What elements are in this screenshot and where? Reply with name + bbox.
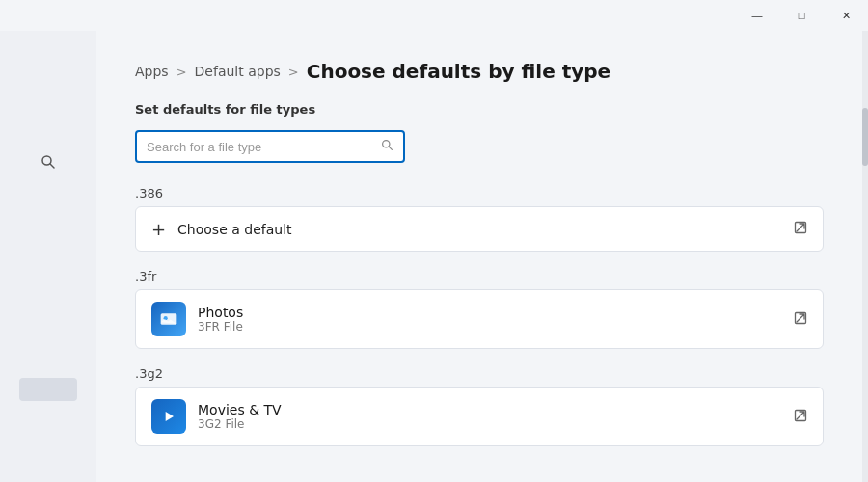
maximize-button[interactable]: □ bbox=[779, 0, 824, 31]
file-type-card-386[interactable]: + Choose a default bbox=[135, 206, 824, 252]
breadcrumb: Apps > Default apps > Choose defaults by… bbox=[135, 60, 824, 83]
page-title: Choose defaults by file type bbox=[307, 60, 610, 83]
close-button[interactable]: ✕ bbox=[824, 0, 868, 31]
plus-icon: + bbox=[151, 219, 166, 239]
minimize-button[interactable]: — bbox=[735, 0, 779, 31]
sidebar-nav-placeholder bbox=[19, 378, 77, 401]
external-link-icon-3fr[interactable] bbox=[794, 311, 807, 328]
breadcrumb-sep1: > bbox=[176, 65, 187, 79]
file-type-card-3fr[interactable]: Photos 3FR File bbox=[135, 289, 824, 349]
scrollbar-thumb[interactable] bbox=[862, 108, 868, 166]
external-link-icon-386[interactable] bbox=[794, 221, 807, 237]
photos-app-name: Photos bbox=[198, 305, 243, 320]
choose-default-text: Choose a default bbox=[177, 222, 291, 237]
photos-app-info: Photos 3FR File bbox=[198, 305, 243, 334]
movies-app-icon bbox=[151, 399, 186, 434]
main-content: Apps > Default apps > Choose defaults by… bbox=[96, 31, 862, 482]
sidebar bbox=[0, 31, 96, 482]
file-type-section-3g2: .3g2 Movies & TV 3G2 File bbox=[135, 366, 824, 446]
svg-marker-8 bbox=[166, 412, 174, 421]
external-link-icon-3g2[interactable] bbox=[794, 409, 807, 425]
file-type-label-386: .386 bbox=[135, 186, 824, 201]
sidebar-search-icon[interactable] bbox=[25, 147, 71, 177]
movies-app-subtext: 3G2 File bbox=[198, 417, 282, 431]
photos-app-icon bbox=[151, 302, 186, 336]
file-type-card-3g2[interactable]: Movies & TV 3G2 File bbox=[135, 387, 824, 446]
movies-app-info: Movies & TV 3G2 File bbox=[198, 402, 282, 431]
search-icon bbox=[381, 139, 393, 154]
file-type-label-3fr: .3fr bbox=[135, 269, 824, 283]
title-bar: — □ ✕ bbox=[735, 0, 868, 31]
file-type-section-386: .386 + Choose a default bbox=[135, 186, 824, 252]
breadcrumb-sep2: > bbox=[288, 65, 299, 79]
svg-line-1 bbox=[50, 164, 54, 168]
photos-app-subtext: 3FR File bbox=[198, 320, 243, 334]
file-type-label-3g2: .3g2 bbox=[135, 366, 824, 381]
search-box[interactable] bbox=[135, 130, 405, 163]
breadcrumb-apps[interactable]: Apps bbox=[135, 64, 169, 79]
movies-app-name: Movies & TV bbox=[198, 402, 282, 417]
search-input[interactable] bbox=[147, 140, 375, 154]
section-heading: Set defaults for file types bbox=[135, 102, 824, 117]
file-type-section-3fr: .3fr Photos 3FR File bbox=[135, 269, 824, 349]
svg-line-3 bbox=[389, 147, 392, 149]
breadcrumb-default-apps[interactable]: Default apps bbox=[195, 64, 281, 79]
scrollbar-track[interactable] bbox=[862, 31, 868, 482]
